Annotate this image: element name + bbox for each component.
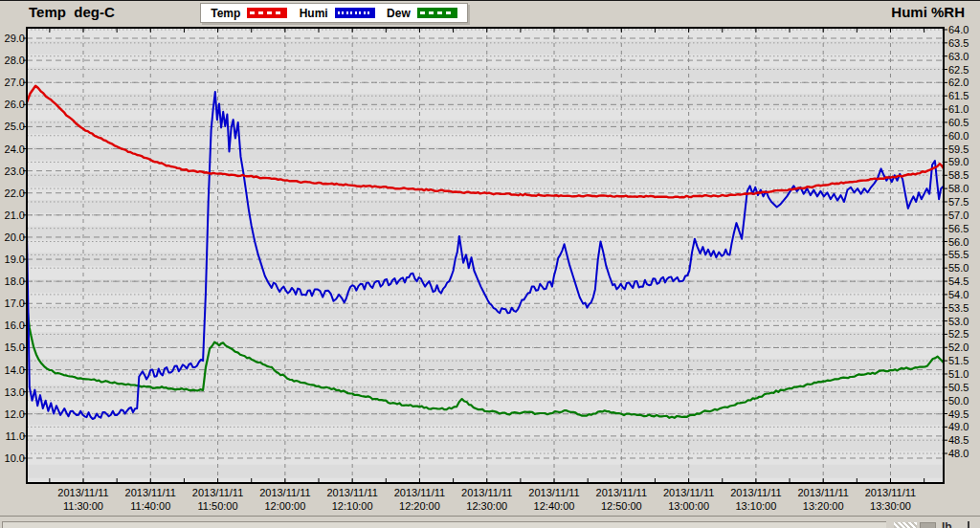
plot-band: [27, 94, 944, 107]
chart-plot[interactable]: [0, 1, 980, 528]
right-axis-tick-label: 55.5: [948, 250, 969, 260]
x-axis-tick-label: 2013/11/1112:10:00: [314, 486, 390, 513]
logger-chart-window: Temp deg-C Humi %RH TempHumiDew 29.028.0…: [0, 0, 980, 528]
plot-band: [27, 134, 944, 147]
plot-band: [27, 160, 944, 173]
x-axis-tick-label: 2013/11/1113:30:00: [852, 486, 928, 513]
x-axis-tick-label: 2013/11/1113:20:00: [785, 486, 861, 513]
right-axis-tick-label: 49.0: [948, 422, 969, 432]
right-axis-tick-label: 60.0: [948, 131, 969, 142]
left-axis-tick-label: 18.0: [0, 276, 25, 287]
clipped-button-fragment[interactable]: [920, 522, 936, 528]
plot-band: [27, 332, 944, 345]
horizontal-scrollbar-track[interactable]: [2, 521, 886, 528]
right-axis-tick-label: 62.5: [948, 65, 969, 76]
left-axis-tick-label: 21.0: [0, 210, 25, 221]
x-axis-tick-label: 2013/11/1112:00:00: [247, 486, 323, 513]
bottom-bar: lb: [0, 516, 980, 528]
plot-band: [27, 28, 944, 41]
right-axis-tick-label: 54.0: [948, 290, 969, 300]
right-axis-tick-label: 63.5: [948, 38, 969, 49]
right-axis-tick-label: 49.5: [948, 409, 969, 420]
left-axis-tick-label: 12.0: [0, 409, 25, 420]
plot-band: [27, 200, 944, 213]
right-axis-tick-label: 56.5: [948, 224, 969, 234]
right-axis-tick-label: 48.0: [948, 449, 969, 459]
x-axis-tick-label: 2013/11/1111:30:00: [45, 486, 122, 513]
right-axis-tick-label: 55.0: [948, 263, 969, 274]
x-axis-tick-label: 2013/11/1111:40:00: [112, 486, 189, 513]
left-axis-tick-label: 25.0: [0, 121, 25, 132]
left-axis-tick-label: 19.0: [0, 254, 25, 265]
left-axis-tick-label: 10.0: [0, 453, 25, 464]
left-axis-tick-label: 15.0: [0, 342, 25, 353]
left-axis-tick-label: 11.0: [0, 431, 25, 442]
x-axis-tick-label: 2013/11/1112:30:00: [449, 486, 525, 513]
plot-band: [27, 41, 944, 55]
left-axis-tick-label: 13.0: [0, 387, 25, 398]
x-axis-tick-label: 2013/11/1112:40:00: [516, 486, 592, 513]
left-axis-tick-label: 29.0: [0, 33, 25, 44]
right-axis-tick-label: 58.5: [948, 170, 969, 181]
left-axis-tick-label: 23.0: [0, 166, 25, 177]
right-axis-tick-label: 64.0: [948, 25, 969, 35]
left-axis-tick-label: 27.0: [0, 77, 25, 88]
left-axis-tick-label: 17.0: [0, 298, 25, 309]
plot-band: [27, 107, 944, 121]
left-axis-tick-label: 16.0: [0, 320, 25, 331]
left-axis-tick-label: 24.0: [0, 144, 25, 155]
right-axis-tick-label: 59.5: [948, 144, 969, 155]
right-axis-tick-label: 50.0: [948, 396, 969, 407]
right-axis-tick-label: 59.0: [948, 157, 969, 167]
right-axis-tick-label: 61.5: [948, 91, 969, 101]
right-axis-tick-label: 48.5: [948, 435, 969, 446]
right-axis-tick-label: 51.5: [948, 356, 969, 366]
x-axis-tick-label: 2013/11/1113:10:00: [718, 486, 794, 513]
right-axis-tick-label: 60.5: [948, 118, 969, 128]
right-axis-tick-label: 61.0: [948, 104, 969, 115]
x-axis-tick-label: 2013/11/1112:50:00: [583, 486, 659, 513]
plot-band: [27, 372, 944, 385]
left-axis-tick-label: 26.0: [0, 99, 25, 110]
right-axis-tick-label: 56.0: [948, 237, 969, 248]
right-axis-tick-label: 52.0: [948, 342, 969, 353]
x-axis-tick-label: 2013/11/1112:20:00: [381, 486, 457, 513]
plot-band: [27, 306, 944, 319]
x-axis-tick-label: 2013/11/1111:50:00: [180, 486, 256, 513]
plot-band: [27, 68, 944, 81]
hatched-resize-fragment: [894, 522, 917, 528]
left-axis-tick-label: 14.0: [0, 365, 25, 376]
right-axis-tick-label: 54.5: [948, 276, 969, 287]
right-axis-tick-label: 53.5: [948, 303, 969, 314]
right-axis-tick-label: 57.5: [948, 197, 969, 208]
plot-band: [27, 399, 944, 412]
right-axis-tick-label: 58.0: [948, 184, 969, 194]
left-axis-tick-label: 20.0: [0, 232, 25, 243]
right-axis-tick-label: 62.0: [948, 77, 969, 88]
right-axis-tick-label: 63.0: [948, 52, 969, 62]
right-axis-tick-label: 50.5: [948, 383, 969, 393]
right-axis-tick-label: 57.0: [948, 210, 969, 221]
left-axis-tick-label: 28.0: [0, 55, 25, 66]
plot-band: [27, 173, 944, 187]
plot-band: [27, 266, 944, 279]
plot-band: [27, 240, 944, 253]
clipped-ui-tick: [968, 521, 969, 528]
right-axis-tick-label: 53.0: [948, 317, 969, 327]
right-axis-tick-label: 51.0: [948, 369, 969, 380]
clipped-ui-text: lb: [942, 520, 952, 528]
plot-band: [27, 55, 944, 68]
x-axis-tick-label: 2013/11/1113:00:00: [651, 486, 727, 513]
plot-band: [27, 465, 944, 478]
left-axis-tick-label: 22.0: [0, 188, 25, 199]
right-axis-tick-label: 52.5: [948, 329, 969, 340]
plot-band: [27, 438, 944, 451]
